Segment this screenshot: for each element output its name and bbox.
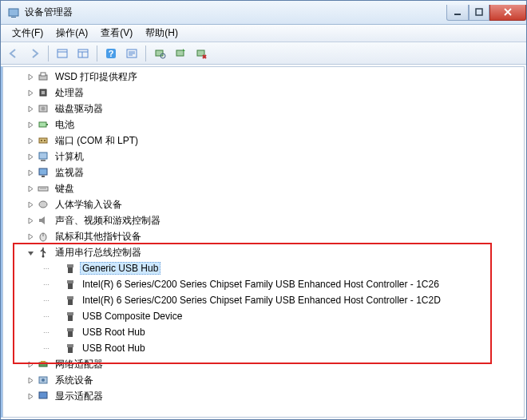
svg-rect-4 xyxy=(57,50,67,57)
toolbar: ? xyxy=(1,42,526,65)
maximize-button[interactable] xyxy=(469,5,489,21)
expand-icon[interactable] xyxy=(26,232,35,241)
toolbar-uninstall-button[interactable] xyxy=(192,45,211,62)
tree-item-label[interactable]: Generic USB Hub xyxy=(80,262,160,275)
toolbar-scan-button[interactable] xyxy=(150,45,169,62)
tree-row[interactable]: ⋯Generic USB Hub xyxy=(3,260,524,276)
tree-item-label[interactable]: 网络适配器 xyxy=(53,357,105,372)
svg-rect-25 xyxy=(39,122,46,127)
tree-connector: ⋯ xyxy=(43,345,50,352)
svg-rect-52 xyxy=(39,363,47,367)
usb-icon xyxy=(64,294,77,307)
expand-icon[interactable] xyxy=(26,152,35,161)
tree-row[interactable]: 网络适配器 xyxy=(3,356,524,372)
expand-icon[interactable] xyxy=(26,359,35,369)
svg-rect-20 xyxy=(41,73,46,76)
tree-item-label[interactable]: 声音、视频和游戏控制器 xyxy=(53,213,163,228)
expand-icon[interactable] xyxy=(26,216,35,225)
tree-connector: ⋯ xyxy=(43,313,50,320)
svg-rect-47 xyxy=(68,315,73,321)
computer-icon xyxy=(37,150,50,163)
tree-row[interactable]: 系统设备 xyxy=(3,372,524,388)
tree-item-label[interactable]: 系统设备 xyxy=(53,373,96,388)
close-button[interactable] xyxy=(489,5,526,21)
svg-rect-3 xyxy=(476,9,482,15)
tree-item-label[interactable]: 监视器 xyxy=(53,165,86,180)
tree-row[interactable]: ⋯Intel(R) 6 Series/C200 Series Chipset F… xyxy=(3,292,524,308)
tree-item-label[interactable]: Intel(R) 6 Series/C200 Series Chipset Fa… xyxy=(80,278,442,291)
usb-icon xyxy=(64,262,77,275)
window-buttons xyxy=(446,5,526,21)
tree-row[interactable]: ⋯USB Root Hub xyxy=(3,324,524,340)
tree-item-label[interactable]: 通用串行总线控制器 xyxy=(53,245,144,260)
tree-item-label[interactable]: 鼠标和其他指针设备 xyxy=(53,229,144,244)
tree-item-label[interactable]: Intel(R) 6 Series/C200 Series Chipset Fa… xyxy=(80,294,443,307)
expand-icon[interactable] xyxy=(26,184,35,193)
tree-row[interactable]: 端口 (COM 和 LPT) xyxy=(3,133,524,149)
tree-row[interactable]: 通用串行总线控制器 xyxy=(3,244,524,260)
tree-item-label[interactable]: USB Composite Device xyxy=(80,310,184,323)
sound-icon xyxy=(37,214,50,227)
usb-icon xyxy=(64,310,77,323)
tree-item-label[interactable]: 显示适配器 xyxy=(53,389,105,404)
tree-item-label[interactable]: 电池 xyxy=(53,117,77,133)
expand-icon[interactable] xyxy=(26,120,35,129)
menu-action[interactable]: 操作(A) xyxy=(50,25,94,42)
usb-icon xyxy=(64,342,77,355)
tree-row[interactable]: 监视器 xyxy=(3,164,524,180)
tree-item-label[interactable]: 处理器 xyxy=(53,85,86,101)
minimize-button[interactable] xyxy=(446,5,469,21)
svg-point-36 xyxy=(39,201,47,208)
expand-icon[interactable] xyxy=(26,88,35,97)
back-button xyxy=(4,45,23,62)
toolbar-detail-button[interactable] xyxy=(73,45,93,62)
tree-item-label[interactable]: 键盘 xyxy=(53,181,77,196)
tree-item-label[interactable]: 磁盘驱动器 xyxy=(53,101,105,117)
tree-item-label[interactable]: 端口 (COM 和 LPT) xyxy=(53,133,141,149)
menu-help[interactable]: 帮助(H) xyxy=(139,25,184,42)
tree-row[interactable]: 显示适配器 xyxy=(3,388,524,404)
tree-row[interactable]: ⋯USB Root Hub xyxy=(3,340,524,356)
tree-row[interactable]: 人体学输入设备 xyxy=(3,196,524,212)
svg-rect-56 xyxy=(39,392,47,398)
svg-rect-1 xyxy=(11,17,16,18)
expand-icon[interactable] xyxy=(26,200,35,209)
tree-item-label[interactable]: 计算机 xyxy=(53,149,86,164)
expand-icon[interactable] xyxy=(26,168,35,177)
tree-row[interactable]: WSD 打印提供程序 xyxy=(3,69,524,85)
menu-file[interactable]: 文件(F) xyxy=(6,25,50,42)
tree-row[interactable]: 声音、视频和游戏控制器 xyxy=(3,212,524,228)
tree-row[interactable]: 鼠标和其他指针设备 xyxy=(3,228,524,244)
window-title: 设备管理器 xyxy=(25,6,446,19)
expand-icon[interactable] xyxy=(26,391,35,401)
toolbar-view-button[interactable] xyxy=(53,45,72,62)
device-tree[interactable]: WSD 打印提供程序处理器磁盘驱动器电池端口 (COM 和 LPT)计算机监视器… xyxy=(3,67,524,417)
tree-row[interactable]: 处理器 xyxy=(3,85,524,101)
display-icon xyxy=(37,390,50,402)
expand-icon[interactable] xyxy=(26,375,35,385)
menu-bar: 文件(F) 操作(A) 查看(V) 帮助(H) xyxy=(1,25,526,42)
tree-row[interactable]: 键盘 xyxy=(3,180,524,196)
usb-icon xyxy=(64,326,77,339)
collapse-icon[interactable] xyxy=(26,248,35,257)
toolbar-help-button[interactable]: ? xyxy=(101,45,121,62)
menu-view[interactable]: 查看(V) xyxy=(94,25,139,42)
expand-icon[interactable] xyxy=(26,136,35,145)
tree-row[interactable]: 计算机 xyxy=(3,149,524,164)
system-icon xyxy=(37,374,50,386)
expand-icon[interactable] xyxy=(26,72,35,81)
svg-point-24 xyxy=(42,107,46,111)
tree-item-label[interactable]: 人体学输入设备 xyxy=(53,197,125,212)
tree-row[interactable]: 电池 xyxy=(3,117,524,133)
svg-rect-15 xyxy=(156,50,163,56)
toolbar-properties-button[interactable] xyxy=(122,45,141,62)
tree-item-label[interactable]: USB Root Hub xyxy=(80,342,148,355)
toolbar-update-button[interactable] xyxy=(171,45,190,62)
expand-icon[interactable] xyxy=(26,104,35,113)
tree-item-label[interactable]: USB Root Hub xyxy=(80,326,148,339)
tree-item-label[interactable]: WSD 打印提供程序 xyxy=(53,69,140,85)
svg-point-39 xyxy=(42,256,45,258)
tree-row[interactable]: ⋯Intel(R) 6 Series/C200 Series Chipset F… xyxy=(3,276,524,292)
tree-row[interactable]: 磁盘驱动器 xyxy=(3,101,524,117)
tree-row[interactable]: ⋯USB Composite Device xyxy=(3,308,524,324)
